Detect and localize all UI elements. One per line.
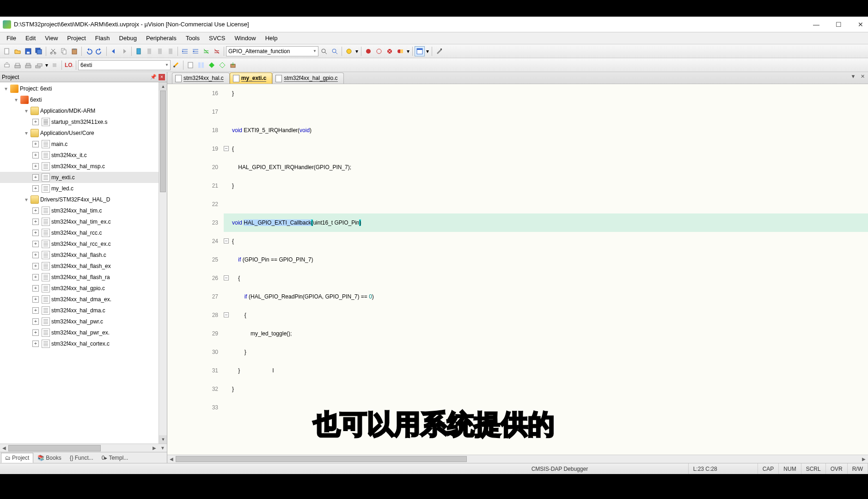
cut-icon[interactable]: [48, 46, 58, 56]
minimize-button[interactable]: —: [812, 20, 821, 29]
code-line[interactable]: 30 }: [167, 343, 868, 361]
tree-row[interactable]: +stm32f4xx_hal_tim_ex.c: [0, 216, 167, 227]
build-icon[interactable]: [12, 60, 23, 70]
pack-installer-icon[interactable]: [228, 60, 238, 70]
menu-view[interactable]: View: [40, 33, 62, 43]
menu-edit[interactable]: Edit: [21, 33, 40, 43]
editor-tab-myexti[interactable]: my_exti.c: [230, 73, 273, 84]
tree-row[interactable]: +stm32f4xx_hal_flash.c: [0, 250, 167, 261]
tree-row[interactable]: +stm32f4xx_hal_dma_ex.: [0, 294, 167, 305]
find-icon[interactable]: [319, 46, 329, 56]
tree-row[interactable]: ▾Drivers/STM32F4xx_HAL_D: [0, 194, 167, 205]
project-tree[interactable]: ▲▼ ▾Project: 6exti▾6exti▾Application/MDK…: [0, 82, 167, 444]
code-line[interactable]: 18void EXTI9_5_IRQHandler(void): [167, 121, 868, 140]
maximize-button[interactable]: ☐: [834, 20, 843, 29]
debug-dropdown-icon[interactable]: ▾: [355, 46, 359, 56]
tree-row[interactable]: +stm32f4xx_hal_pwr.c: [0, 316, 167, 327]
select-pack-icon[interactable]: [217, 60, 227, 70]
code-line[interactable]: 16}: [167, 84, 868, 103]
code-line[interactable]: 20 HAL_GPIO_EXTI_IRQHandler(GPIO_PIN_7);: [167, 158, 868, 176]
copy-icon[interactable]: [59, 46, 69, 56]
code-line[interactable]: 21}: [167, 176, 868, 195]
breakpoint-insert-icon[interactable]: [363, 46, 373, 56]
tree-row[interactable]: ▾Application/User/Core: [0, 128, 167, 139]
uncomment-icon[interactable]: [212, 46, 222, 56]
tree-row[interactable]: +stm32f4xx_hal_pwr_ex.: [0, 327, 167, 338]
stop-build-icon[interactable]: [49, 60, 60, 70]
manage-icon[interactable]: [196, 60, 206, 70]
panel-tab-templates[interactable]: 0▸Templ...: [98, 453, 133, 463]
pin-icon[interactable]: 📌: [150, 74, 157, 80]
bookmark-next-icon[interactable]: [155, 46, 165, 56]
code-line[interactable]: 29 my_led_toggle();: [167, 324, 868, 343]
code-line[interactable]: 32}: [167, 380, 868, 398]
window-layout-icon[interactable]: [415, 46, 425, 56]
menu-help[interactable]: Help: [261, 33, 282, 43]
tree-row[interactable]: +stm32f4xx_hal_tim.c: [0, 205, 167, 216]
menu-debug[interactable]: Debug: [115, 33, 141, 43]
editor-hscrollbar[interactable]: ◀▶: [167, 455, 868, 463]
tree-row[interactable]: +stm32f4xx_hal_dma.c: [0, 305, 167, 316]
menu-file[interactable]: File: [2, 33, 21, 43]
close-button[interactable]: ✕: [856, 20, 865, 29]
code-editor[interactable]: 16}1718void EXTI9_5_IRQHandler(void)19−{…: [167, 84, 868, 455]
translate-icon[interactable]: [2, 60, 12, 70]
new-file-icon[interactable]: [2, 46, 12, 56]
panel-close-icon[interactable]: ×: [159, 74, 165, 80]
tree-row[interactable]: ▾6exti: [0, 94, 167, 105]
tree-row[interactable]: ▾Application/MDK-ARM: [0, 105, 167, 116]
tree-row[interactable]: +my_led.c: [0, 183, 167, 194]
undo-icon[interactable]: [84, 46, 94, 56]
download-icon[interactable]: LOAD: [64, 60, 74, 70]
tree-row[interactable]: +stm32f4xx_hal_rcc.c: [0, 227, 167, 238]
code-line[interactable]: 27 if (HAL_GPIO_ReadPin(GPIOA, GPIO_PIN_…: [167, 287, 868, 306]
indent-icon[interactable]: [180, 46, 190, 56]
tree-row[interactable]: +main.c: [0, 139, 167, 150]
code-line[interactable]: 31 } I: [167, 361, 868, 380]
redo-icon[interactable]: [94, 46, 104, 56]
tree-row[interactable]: +my_exti.c: [0, 172, 167, 183]
tree-row[interactable]: +stm32f4xx_it.c: [0, 150, 167, 161]
comment-icon[interactable]: [201, 46, 211, 56]
breakpoint-window-icon[interactable]: [395, 46, 405, 56]
menu-tools[interactable]: Tools: [181, 33, 204, 43]
code-line[interactable]: 17: [167, 103, 868, 121]
outdent-icon[interactable]: [190, 46, 201, 56]
code-line[interactable]: 23void HAL_GPIO_EXTI_Callback(uint16_t G…: [167, 213, 868, 232]
open-file-icon[interactable]: [12, 46, 23, 56]
code-line[interactable]: 24−{: [167, 232, 868, 250]
menu-peripherals[interactable]: Peripherals: [141, 33, 181, 43]
paste-icon[interactable]: [69, 46, 79, 56]
tree-vscrollbar[interactable]: ▲▼: [159, 82, 167, 444]
tree-row[interactable]: +stm32f4xx_hal_flash_ex: [0, 261, 167, 272]
menu-svcs[interactable]: SVCS: [204, 33, 230, 43]
code-line[interactable]: 26− {: [167, 269, 868, 287]
tree-row[interactable]: +startup_stm32f411xe.s: [0, 116, 167, 128]
nav-forward-icon[interactable]: [119, 46, 129, 56]
editor-tab-hal[interactable]: stm32f4xx_hal.c: [172, 73, 230, 84]
tree-row[interactable]: +stm32f4xx_hal_flash_ra: [0, 272, 167, 283]
target-combo[interactable]: 6exti: [78, 60, 171, 70]
nav-back-icon[interactable]: [109, 46, 119, 56]
code-line[interactable]: 19−{: [167, 140, 868, 158]
tab-close-icon[interactable]: ✕: [859, 73, 866, 81]
panel-tab-books[interactable]: 📚Books: [33, 453, 65, 463]
save-icon[interactable]: [23, 46, 33, 56]
code-line[interactable]: 25 if (GPIO_Pin == GPIO_PIN_7): [167, 250, 868, 269]
bookmark-prev-icon[interactable]: [144, 46, 154, 56]
tree-row[interactable]: +stm32f4xx_hal_gpio.c: [0, 283, 167, 294]
configure-icon[interactable]: [434, 46, 444, 56]
save-all-icon[interactable]: [34, 46, 44, 56]
bookmark-icon[interactable]: [134, 46, 144, 56]
tree-row[interactable]: +stm32f4xx_hal_msp.c: [0, 161, 167, 172]
panel-tab-functions[interactable]: {}Funct...: [66, 453, 98, 463]
menu-window[interactable]: Window: [230, 33, 260, 43]
tree-row[interactable]: +stm32f4xx_hal_cortex.c: [0, 338, 167, 349]
code-line[interactable]: 33: [167, 398, 868, 417]
batch-build-dropdown-icon[interactable]: ▾: [44, 60, 49, 70]
menu-flash[interactable]: Flash: [91, 33, 115, 43]
code-line[interactable]: 22: [167, 195, 868, 213]
window-layout-dropdown-icon[interactable]: ▾: [425, 46, 430, 56]
manage-rtenv-icon[interactable]: [207, 60, 217, 70]
tab-menu-icon[interactable]: ▼: [850, 73, 857, 81]
